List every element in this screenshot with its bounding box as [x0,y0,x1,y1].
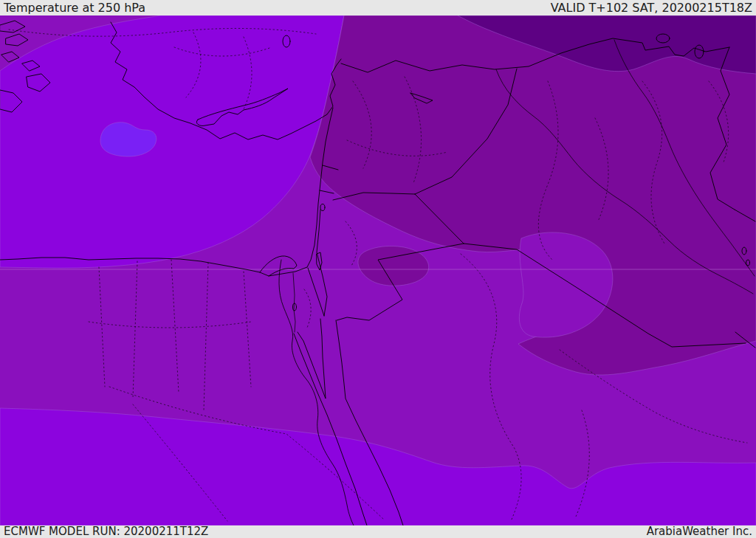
weather-map [0,0,756,538]
credit-label: ArabiaWeather Inc. [647,526,752,537]
weather-map-window: Temperature at 250 hPa VALID T+102 SAT, … [0,0,756,538]
model-run-label: ECMWF MODEL RUN: 20200211T12Z [4,526,208,537]
footer-bar: ECMWF MODEL RUN: 20200211T12Z ArabiaWeat… [0,525,756,538]
valid-time-label: VALID T+102 SAT, 20200215T18Z [551,2,752,14]
map-title-label: Temperature at 250 hPa [4,2,145,14]
header-bar: Temperature at 250 hPa VALID T+102 SAT, … [0,0,756,15]
